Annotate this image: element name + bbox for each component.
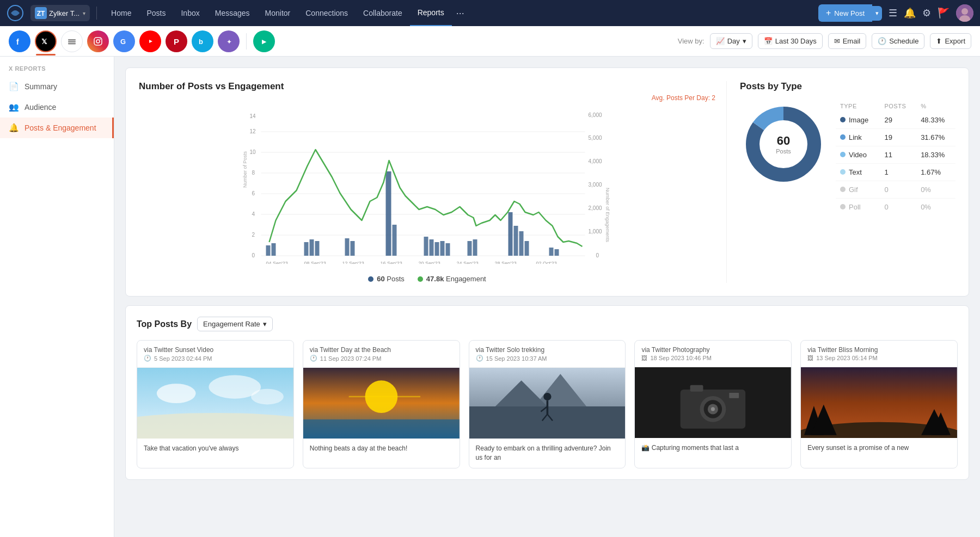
pbt-body: 60 Posts TYPE POSTS % xyxy=(740,101,955,215)
svg-rect-62 xyxy=(473,239,477,256)
post-1-image xyxy=(137,368,293,439)
donut-center: 60 Posts xyxy=(776,134,791,155)
svg-text:02 Oct'23: 02 Oct'23 xyxy=(536,261,557,264)
table-row: Link 19 31.67% xyxy=(836,129,955,146)
top-posts-header: Top Posts By Engagement Rate ▾ xyxy=(137,317,958,331)
svg-rect-54 xyxy=(386,171,391,256)
date-range-selector[interactable]: 📅 Last 30 Days xyxy=(758,33,823,49)
svg-rect-58 xyxy=(435,242,439,256)
flag-icon[interactable]: 🚩 xyxy=(938,7,950,19)
donut-label: Posts xyxy=(776,148,791,155)
logo-icon xyxy=(7,4,24,22)
table-row: Video 11 18.33% xyxy=(836,146,955,164)
post-3-date: 🕐 15 Sep 2023 10:37 AM xyxy=(476,355,619,362)
svg-rect-59 xyxy=(440,241,445,256)
svg-text:f: f xyxy=(16,38,19,46)
post-1-caption: Take that vacation you've always xyxy=(137,439,293,459)
schedule-button[interactable]: 🕐 Schedule xyxy=(872,33,924,49)
nav-reports[interactable]: Reports xyxy=(410,0,452,26)
table-row: Poll 0 0% xyxy=(836,199,955,216)
nav-messages[interactable]: Messages xyxy=(207,0,258,26)
last30-label: Last 30 Days xyxy=(775,37,817,45)
nav-home[interactable]: Home xyxy=(103,0,139,26)
text-posts: 1 xyxy=(880,164,916,181)
nav-more-button[interactable]: ··· xyxy=(452,8,469,19)
social-instagram[interactable] xyxy=(87,30,109,52)
social-google[interactable]: G xyxy=(113,30,135,52)
svg-text:04 Sep'23: 04 Sep'23 xyxy=(266,261,288,264)
posts-engagement-chart: Number of Posts vs Engagement Avg. Posts… xyxy=(139,81,727,283)
sidebar-item-posts-engagement[interactable]: 🔔 Posts & Engagement xyxy=(0,118,114,138)
hamburger-icon[interactable]: ☰ xyxy=(889,7,897,19)
svg-rect-66 xyxy=(525,241,529,256)
social-facebook[interactable]: f xyxy=(9,30,30,52)
image-icon: 🖼 xyxy=(807,355,813,361)
svg-text:Number of Posts: Number of Posts xyxy=(242,151,248,188)
image-icon: 🖼 xyxy=(641,355,647,361)
sidebar-item-audience[interactable]: 👥 Audience xyxy=(0,97,114,118)
nav-connections[interactable]: Connections xyxy=(298,0,356,26)
post-card-2: via Twitter Day at the Beach 🕐 11 Sep 20… xyxy=(303,340,460,468)
top-posts-section: Top Posts By Engagement Rate ▾ via Twitt… xyxy=(125,305,969,480)
svg-text:16 Sep'23: 16 Sep'23 xyxy=(381,261,402,264)
social-extra1[interactable]: ✦ xyxy=(218,30,240,52)
audience-icon: 👥 xyxy=(9,102,19,112)
post-card-4: via Twitter Photography 🖼 18 Sep 2023 10… xyxy=(634,340,792,468)
nav-separator xyxy=(96,7,97,20)
clock-icon: 🕐 xyxy=(878,37,886,45)
post-4-date: 🖼 18 Sep 2023 10:46 PM xyxy=(641,355,785,361)
svg-text:Number of Engagements: Number of Engagements xyxy=(605,188,610,243)
svg-text:3,000: 3,000 xyxy=(589,182,602,188)
svg-rect-89 xyxy=(303,419,460,439)
svg-rect-52 xyxy=(345,238,350,256)
export-button[interactable]: ⬆ Export xyxy=(930,33,971,49)
nav-collaborate[interactable]: Collaborate xyxy=(356,0,410,26)
brand-selector[interactable]: ZT Zylker T... ▾ xyxy=(30,5,90,21)
svg-rect-63 xyxy=(509,212,513,256)
day-selector[interactable]: 📈 Day ▾ xyxy=(710,33,752,49)
email-button[interactable]: ✉ Email xyxy=(828,33,867,49)
social-buffer2[interactable]: b xyxy=(192,30,213,52)
col-posts: POSTS xyxy=(880,101,916,112)
post-3-via: via Twitter Solo trekking xyxy=(476,346,619,354)
svg-rect-65 xyxy=(519,231,524,256)
new-post-dropdown-button[interactable]: ▾ xyxy=(872,6,882,21)
sidebar-item-summary[interactable]: 📄 Summary xyxy=(0,76,114,97)
gear-icon[interactable]: ⚙ xyxy=(922,7,931,19)
social-extra2[interactable]: ▶ xyxy=(253,30,275,52)
new-post-button[interactable]: + New Post xyxy=(818,4,872,22)
sidebar-label-posts-engagement: Posts & Engagement xyxy=(24,124,96,132)
social-youtube[interactable] xyxy=(139,30,161,52)
gif-dot xyxy=(840,187,846,192)
text-pct: 1.67% xyxy=(916,164,955,181)
donut-total: 60 xyxy=(776,134,791,148)
svg-rect-10 xyxy=(68,43,76,45)
avatar[interactable] xyxy=(956,4,973,22)
nav-inbox[interactable]: Inbox xyxy=(173,0,207,26)
image-pct: 48.33% xyxy=(916,112,955,129)
post-card-1-header: via Twitter Sunset Video 🕐 5 Sep 2023 02… xyxy=(137,341,293,368)
export-icon: ⬆ xyxy=(936,37,942,45)
table-row: Text 1 1.67% xyxy=(836,164,955,181)
svg-text:✦: ✦ xyxy=(226,38,232,46)
social-twitter[interactable]: 𝕏 xyxy=(35,30,57,52)
clock-icon: 🕐 xyxy=(144,355,151,362)
nav-monitor[interactable]: Monitor xyxy=(258,0,298,26)
post-5-date: 🖼 13 Sep 2023 05:14 PM xyxy=(807,355,951,361)
chart-svg: 0 2 4 6 8 10 12 14 Number of Posts 0 1,0… xyxy=(139,106,715,264)
svg-rect-57 xyxy=(430,239,434,256)
svg-text:5,000: 5,000 xyxy=(589,135,602,141)
top-posts-title: Top Posts By xyxy=(137,319,192,329)
brand-name: Zylker T... xyxy=(49,9,79,17)
sidebar-label-summary: Summary xyxy=(24,82,57,91)
social-pinterest[interactable]: P xyxy=(166,30,187,52)
svg-rect-53 xyxy=(351,241,355,256)
social-bar: f 𝕏 G P b ✦ ▶ View by: 📈 Day ▾ 📅 Last 30 xyxy=(0,26,980,57)
nav-posts[interactable]: Posts xyxy=(139,0,173,26)
social-buffer[interactable] xyxy=(61,30,83,52)
sort-selector[interactable]: Engagement Rate ▾ xyxy=(197,317,273,331)
sidebar-section-title: X REPORTS xyxy=(0,65,114,76)
bell-icon[interactable]: 🔔 xyxy=(904,7,916,19)
type-image: Image xyxy=(849,116,868,124)
col-type: TYPE xyxy=(836,101,880,112)
